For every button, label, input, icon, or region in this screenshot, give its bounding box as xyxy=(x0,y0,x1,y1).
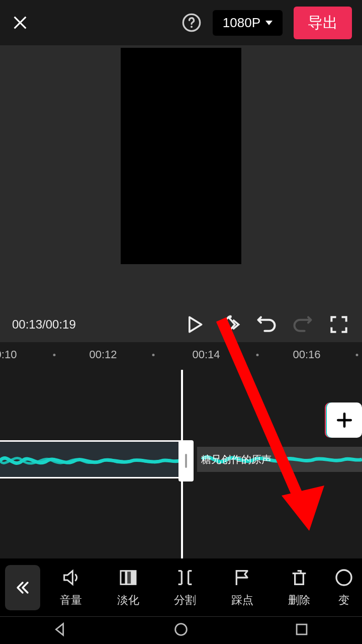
tool-label: 淡化 xyxy=(117,593,139,608)
fullscreen-button[interactable] xyxy=(328,313,350,336)
help-button[interactable] xyxy=(182,13,202,33)
redo-icon xyxy=(292,313,314,336)
undo-icon xyxy=(255,313,278,336)
tool-label: 踩点 xyxy=(231,593,253,608)
flag-icon xyxy=(232,568,252,588)
tool-label: 变 xyxy=(338,593,349,608)
close-button[interactable] xyxy=(10,13,30,33)
export-label: 导出 xyxy=(308,14,338,31)
svg-point-5 xyxy=(336,570,351,585)
svg-rect-2 xyxy=(121,571,126,584)
player-controls: 00:13/00:19 xyxy=(0,307,362,342)
nav-recent-icon xyxy=(293,621,310,638)
video-preview[interactable] xyxy=(121,48,241,264)
handle-grip-icon xyxy=(185,454,187,468)
svg-point-1 xyxy=(191,26,193,28)
timeline-playhead[interactable] xyxy=(181,370,183,558)
tool-label: 分割 xyxy=(174,593,196,608)
trash-icon xyxy=(289,568,309,588)
time-total: 00:19 xyxy=(46,317,76,331)
audio-clip-label: 糖兄创作的原声 xyxy=(201,453,272,466)
nav-home-button[interactable] xyxy=(172,621,190,640)
help-icon xyxy=(182,13,202,33)
svg-rect-3 xyxy=(126,571,131,584)
nav-back-button[interactable] xyxy=(52,621,69,640)
add-clip-button[interactable] xyxy=(327,403,362,438)
svg-point-6 xyxy=(175,624,187,635)
keyframe-button[interactable] xyxy=(219,313,241,336)
tool-volume[interactable]: 音量 xyxy=(48,568,94,608)
tool-beat[interactable]: 踩点 xyxy=(220,568,265,608)
ruler-dot xyxy=(256,354,259,356)
nav-home-icon xyxy=(172,621,190,638)
resolution-value: 1080P xyxy=(223,15,260,31)
waveform-icon xyxy=(0,442,179,479)
export-button[interactable]: 导出 xyxy=(294,7,352,39)
chevron-down-icon xyxy=(265,21,273,25)
ruler-dot xyxy=(53,354,56,356)
time-display: 00:13/00:19 xyxy=(12,317,169,332)
play-button[interactable] xyxy=(183,313,205,336)
ruler-tick: 00:12 xyxy=(89,348,117,361)
plus-icon xyxy=(335,411,354,430)
fade-icon xyxy=(118,568,138,588)
timeline-ruler: 0:10 00:12 00:14 00:16 xyxy=(0,342,362,367)
tool-fade[interactable]: 淡化 xyxy=(106,568,151,608)
tool-strip: 音量 淡化 分割 xyxy=(0,558,362,616)
svg-rect-4 xyxy=(132,571,136,584)
ruler-dot xyxy=(356,354,358,356)
tool-label: 删除 xyxy=(288,593,310,608)
volume-icon xyxy=(61,568,81,588)
audio-clip-next[interactable]: 糖兄创作的原声 xyxy=(197,447,362,472)
timeline[interactable]: 0:10 00:12 00:14 00:16 糖兄创作的原声 xyxy=(0,342,362,558)
resolution-select[interactable]: 1080P xyxy=(213,10,283,36)
undo-button[interactable] xyxy=(255,313,278,336)
video-preview-area xyxy=(0,45,362,307)
time-current: 00:13 xyxy=(12,317,42,331)
ruler-dot xyxy=(152,354,155,356)
ruler-tick: 00:14 xyxy=(192,348,220,361)
play-icon xyxy=(183,313,205,336)
audio-clip-selected[interactable] xyxy=(0,440,181,478)
split-icon xyxy=(175,568,195,588)
svg-rect-7 xyxy=(297,624,307,634)
fullscreen-icon xyxy=(328,313,350,336)
tool-label: 音量 xyxy=(60,593,82,608)
tool-delete[interactable]: 删除 xyxy=(277,568,322,608)
tool-split[interactable]: 分割 xyxy=(162,568,208,608)
ruler-tick: 00:16 xyxy=(293,348,320,361)
adjust-icon xyxy=(334,568,354,588)
nav-back-icon xyxy=(52,621,69,638)
nav-recent-button[interactable] xyxy=(293,621,310,640)
chevrons-left-icon xyxy=(14,579,31,596)
tool-list: 音量 淡化 分割 xyxy=(45,568,357,608)
redo-button[interactable] xyxy=(292,313,314,336)
top-bar-right: 1080P 导出 xyxy=(182,7,352,39)
keyframe-icon xyxy=(219,313,241,336)
close-icon xyxy=(12,14,29,31)
android-nav-bar xyxy=(0,616,362,644)
tool-change[interactable]: 变 xyxy=(334,568,354,608)
tools-back-button[interactable] xyxy=(5,565,40,610)
top-bar: 1080P 导出 xyxy=(0,0,362,45)
ruler-tick: 0:10 xyxy=(0,348,17,361)
